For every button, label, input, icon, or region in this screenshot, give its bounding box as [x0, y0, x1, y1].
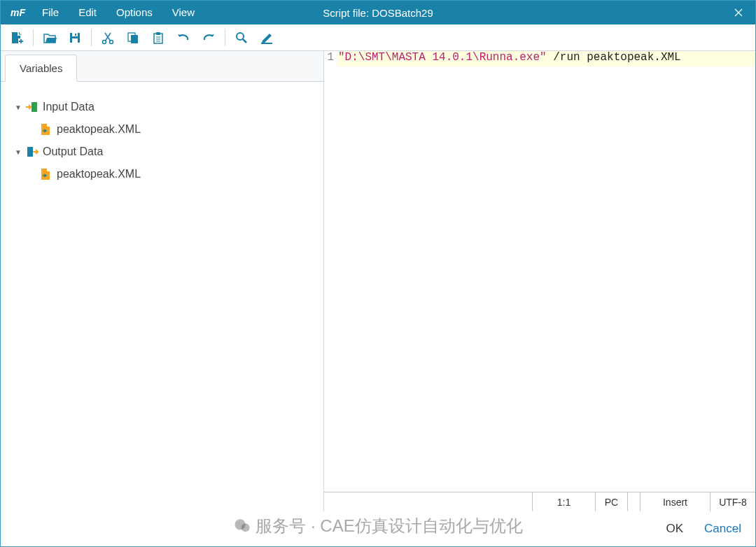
menu-file[interactable]: File: [32, 1, 69, 24]
menu-bar: File Edit Options View: [32, 1, 204, 24]
app-window: mF File Edit Options View Script file: D…: [0, 0, 756, 547]
window-title: Script file: DOSBatch29: [323, 7, 433, 19]
open-folder-icon: [43, 31, 57, 45]
line-number: 1: [324, 51, 337, 66]
tree-label: Input Data: [43, 101, 94, 113]
editor-statusbar: 1:1 PC Insert UTF-8: [324, 492, 755, 511]
svg-rect-5: [72, 38, 78, 43]
menu-options[interactable]: Options: [106, 1, 162, 24]
output-data-icon: [24, 145, 40, 158]
file-xml-icon: [38, 123, 54, 136]
svg-rect-16: [47, 124, 50, 127]
search-icon: [234, 31, 248, 45]
open-button[interactable]: [38, 26, 62, 50]
menu-view[interactable]: View: [162, 1, 204, 24]
tree-label: peaktopeak.XML: [57, 168, 141, 180]
save-button[interactable]: [63, 26, 87, 50]
status-blank: [628, 492, 640, 511]
menu-edit[interactable]: Edit: [69, 1, 106, 24]
copy-button[interactable]: [121, 26, 145, 50]
svg-rect-6: [75, 34, 76, 36]
chevron-down-icon: ▼: [12, 148, 24, 156]
tree-label: Output Data: [43, 145, 103, 158]
tree-leaf-input-file[interactable]: peaktopeak.XML: [8, 118, 316, 141]
left-panel: Variables ▼ Input Data peaktopeak.XML: [1, 51, 324, 511]
status-platform: PC: [596, 492, 628, 511]
cancel-button[interactable]: Cancel: [704, 522, 741, 536]
redo-icon: [201, 31, 216, 45]
content-area: Variables ▼ Input Data peaktopeak.XML: [1, 51, 755, 511]
right-panel: 1 "D:\SMT\MASTA 14.0.1\Runna.exe" /run p…: [324, 51, 755, 511]
variables-tree: ▼ Input Data peaktopeak.XML ▼: [1, 82, 323, 511]
svg-rect-10: [131, 35, 138, 43]
editor-line-1: 1 "D:\SMT\MASTA 14.0.1\Runna.exe" /run p…: [324, 51, 755, 66]
paste-button[interactable]: [146, 26, 170, 50]
svg-rect-14: [31, 102, 37, 112]
paste-icon: [151, 31, 165, 45]
cut-button[interactable]: [96, 26, 120, 50]
ok-button[interactable]: OK: [666, 522, 684, 536]
tree-leaf-output-file[interactable]: peaktopeak.XML: [8, 163, 316, 185]
app-logo: mF: [4, 7, 32, 18]
search-button[interactable]: [230, 26, 253, 50]
status-position: 1:1: [533, 492, 596, 511]
tree-node-output-data[interactable]: ▼ Output Data: [8, 141, 316, 163]
chevron-down-icon: ▼: [12, 104, 24, 111]
svg-point-7: [103, 40, 106, 43]
svg-rect-12: [156, 32, 160, 35]
file-xml-icon: [38, 168, 54, 180]
highlight-button[interactable]: [255, 26, 279, 50]
line-content: "D:\SMT\MASTA 14.0.1\Runna.exe" /run pea…: [337, 51, 755, 66]
tree-node-input-data[interactable]: ▼ Input Data: [8, 96, 316, 118]
status-encoding: UTF-8: [710, 492, 755, 511]
status-spacer: [324, 492, 533, 511]
highlight-icon: [260, 31, 274, 45]
svg-rect-17: [27, 147, 33, 157]
input-data-icon: [24, 101, 40, 113]
tabs-row: Variables: [1, 51, 323, 82]
copy-icon: [126, 31, 140, 45]
titlebar: mF File Edit Options View Script file: D…: [1, 1, 755, 24]
svg-rect-19: [47, 169, 50, 171]
dialog-buttons: OK Cancel: [1, 511, 755, 546]
close-icon: [734, 8, 743, 17]
undo-icon: [176, 31, 191, 45]
save-icon: [68, 31, 82, 45]
new-file-icon: [10, 31, 24, 45]
undo-button[interactable]: [172, 26, 195, 50]
cut-icon: [101, 31, 115, 45]
close-button[interactable]: [724, 1, 752, 24]
redo-button[interactable]: [197, 26, 220, 50]
toolbar: [1, 24, 755, 51]
code-editor[interactable]: 1 "D:\SMT\MASTA 14.0.1\Runna.exe" /run p…: [324, 51, 755, 492]
status-mode: Insert: [640, 492, 710, 511]
svg-point-8: [110, 40, 113, 43]
tree-label: peaktopeak.XML: [57, 123, 141, 136]
svg-rect-11: [154, 34, 162, 43]
new-file-button[interactable]: [5, 26, 29, 50]
svg-point-13: [237, 33, 244, 40]
tab-variables[interactable]: Variables: [5, 55, 77, 82]
